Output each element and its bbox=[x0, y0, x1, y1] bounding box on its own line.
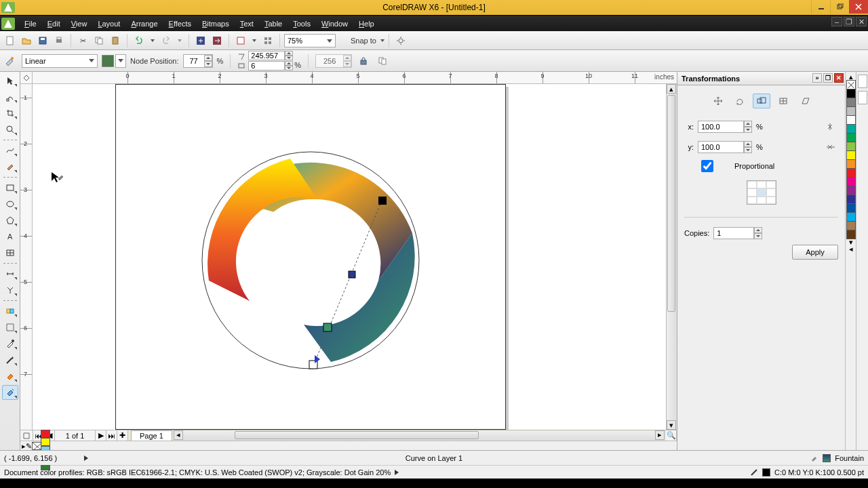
page-tab-1[interactable]: Page 1 bbox=[131, 430, 172, 441]
polygon-tool[interactable] bbox=[2, 213, 18, 228]
ellipse-tool[interactable] bbox=[2, 197, 18, 211]
print-button[interactable] bbox=[52, 33, 66, 48]
menu-arrange[interactable]: Arrange bbox=[125, 16, 163, 32]
palette-swatch[interactable] bbox=[846, 221, 856, 230]
palette-swatch[interactable] bbox=[846, 203, 856, 213]
mdi-close-button[interactable]: ✕ bbox=[856, 17, 867, 26]
apply-button[interactable]: Apply bbox=[792, 245, 838, 260]
palette-swatch[interactable] bbox=[846, 106, 856, 116]
menu-help[interactable]: Help bbox=[353, 16, 380, 32]
doc-palette-none[interactable] bbox=[32, 442, 41, 450]
profiles-expand-icon[interactable] bbox=[395, 470, 399, 475]
palette-swatch[interactable] bbox=[846, 133, 856, 142]
outline-swatch[interactable] bbox=[762, 468, 770, 476]
menu-edit[interactable]: Edit bbox=[42, 16, 66, 32]
menu-tools[interactable]: Tools bbox=[288, 16, 316, 32]
vscroll-thumb[interactable] bbox=[667, 95, 675, 312]
menu-text[interactable]: Text bbox=[235, 16, 259, 32]
crop-tool[interactable] bbox=[2, 106, 18, 121]
export-button[interactable] bbox=[210, 33, 224, 48]
publish-dropdown[interactable] bbox=[250, 33, 259, 48]
transform-scale-icon[interactable] bbox=[753, 94, 770, 108]
new-button[interactable] bbox=[3, 33, 18, 48]
menu-effects[interactable]: Effects bbox=[163, 16, 197, 32]
save-button[interactable] bbox=[35, 33, 50, 48]
zoom-page-icon[interactable]: 🔍 bbox=[666, 430, 677, 441]
docker-undock-button[interactable]: ❐ bbox=[823, 73, 833, 83]
text-tool[interactable]: A bbox=[2, 229, 18, 244]
window-close-button[interactable] bbox=[849, 0, 868, 14]
scroll-down-button[interactable]: ▾ bbox=[667, 420, 676, 430]
next-page-button[interactable]: ▶ bbox=[96, 430, 106, 441]
paste-button[interactable] bbox=[108, 33, 123, 48]
drawing-area[interactable] bbox=[33, 84, 666, 430]
eyedropper-tool[interactable] bbox=[2, 336, 18, 351]
menu-bitmaps[interactable]: Bitmaps bbox=[197, 16, 235, 32]
fountain-pad-input[interactable]: 6 bbox=[248, 61, 285, 70]
table-tool[interactable] bbox=[2, 245, 18, 260]
interactive-fill-tool[interactable] bbox=[2, 385, 18, 400]
fill-indicator-icon[interactable] bbox=[810, 454, 818, 462]
menu-view[interactable]: View bbox=[66, 16, 93, 32]
fill-edit-icon[interactable] bbox=[3, 54, 18, 68]
menu-file[interactable]: File bbox=[19, 16, 42, 32]
undo-dropdown[interactable] bbox=[148, 33, 157, 48]
vertical-scrollbar[interactable]: ▴ ▾ bbox=[666, 84, 677, 430]
x-input[interactable] bbox=[698, 121, 744, 133]
palette-swatch[interactable] bbox=[846, 159, 856, 169]
smart-fill-tool[interactable] bbox=[2, 159, 18, 174]
menu-layout[interactable]: Layout bbox=[92, 16, 125, 32]
add-page-button[interactable]: ✚ bbox=[117, 430, 128, 441]
horizontal-ruler[interactable]: inches 01234567891011 bbox=[33, 72, 677, 84]
dimension-tool[interactable] bbox=[2, 266, 18, 281]
outline-tool[interactable] bbox=[2, 352, 18, 367]
lock-steps-button[interactable] bbox=[356, 54, 371, 68]
mirror-h-button[interactable] bbox=[823, 119, 838, 134]
ruler-origin-icon[interactable] bbox=[20, 72, 33, 84]
palette-swatch[interactable] bbox=[846, 212, 856, 222]
hscroll-thumb[interactable] bbox=[235, 431, 479, 439]
docker-close-button[interactable]: ✕ bbox=[834, 73, 844, 83]
vertical-ruler[interactable]: 1234567 bbox=[20, 84, 33, 430]
window-minimize-button[interactable] bbox=[811, 0, 830, 14]
mdi-minimize-button[interactable]: – bbox=[831, 17, 842, 26]
nav-settings-icon[interactable] bbox=[20, 430, 33, 441]
transform-position-icon[interactable] bbox=[709, 94, 727, 108]
palette-flyout[interactable]: ◂ bbox=[846, 245, 856, 252]
docker-tab-2[interactable] bbox=[858, 91, 867, 104]
transform-rotate-icon[interactable] bbox=[731, 94, 749, 108]
outline-indicator-icon[interactable] bbox=[750, 468, 758, 476]
fill-swatch[interactable] bbox=[823, 454, 831, 462]
proportional-checkbox[interactable] bbox=[684, 160, 730, 172]
import-button[interactable] bbox=[193, 33, 208, 48]
palette-swatch[interactable] bbox=[846, 177, 856, 186]
doc-palette-swatch[interactable] bbox=[41, 430, 50, 438]
palette-swatch[interactable] bbox=[846, 186, 856, 195]
palette-none-swatch[interactable] bbox=[846, 80, 856, 89]
doc-palette-eyedrop-icon[interactable]: ✎ bbox=[26, 442, 32, 450]
menu-table[interactable]: Table bbox=[259, 16, 288, 32]
anchor-grid[interactable] bbox=[747, 180, 776, 205]
blend-tool[interactable] bbox=[2, 304, 18, 319]
fountain-steps-input[interactable] bbox=[315, 54, 352, 68]
mirror-v-button[interactable] bbox=[823, 140, 838, 155]
rectangle-tool[interactable] bbox=[2, 180, 18, 195]
palette-swatch[interactable] bbox=[846, 115, 856, 125]
docker-collapse-button[interactable]: » bbox=[812, 73, 822, 83]
node-color-well[interactable] bbox=[102, 55, 114, 67]
docker-tab-1[interactable] bbox=[858, 75, 867, 88]
last-page-button[interactable]: ⏭ bbox=[106, 430, 117, 441]
palette-scroll-up[interactable]: ▴ bbox=[846, 73, 856, 80]
open-button[interactable] bbox=[19, 33, 34, 48]
palette-swatch[interactable] bbox=[846, 168, 856, 178]
transform-size-icon[interactable] bbox=[774, 94, 792, 108]
transparency-tool[interactable] bbox=[2, 320, 18, 335]
mdi-restore-button[interactable]: ❐ bbox=[844, 17, 854, 26]
y-input[interactable] bbox=[698, 141, 744, 153]
fill-tool[interactable] bbox=[2, 369, 18, 384]
undo-button[interactable] bbox=[132, 33, 146, 48]
redo-button[interactable] bbox=[159, 33, 174, 48]
window-restore-button[interactable] bbox=[830, 0, 849, 14]
options-button[interactable] bbox=[393, 33, 408, 48]
palette-swatch[interactable] bbox=[846, 150, 856, 160]
